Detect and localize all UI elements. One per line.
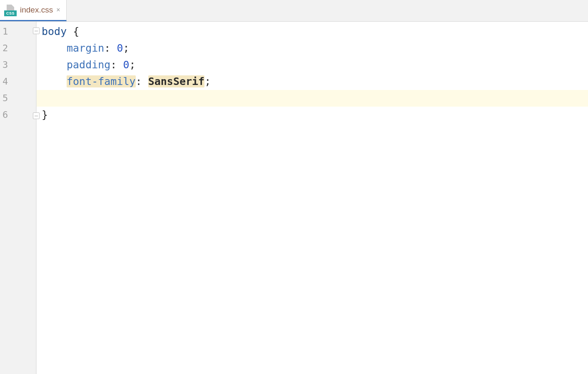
token-brace: { [67,25,79,37]
gutter: 1 2 3 4 5 6 [0,22,37,374]
css-file-icon: CSS [4,4,17,16]
line-number[interactable]: 2 [0,40,36,57]
token-semicolon: ; [123,42,129,54]
code-line[interactable]: font-family: SansSerif; [42,73,588,90]
line-number[interactable]: 5 [0,90,36,107]
code-line[interactable]: padding: 0; [42,57,588,73]
token-colon: : [104,42,117,54]
line-number[interactable]: 4 [0,73,36,90]
token-number: 0 [123,59,129,71]
token-colon: : [110,59,123,71]
tab-index-css[interactable]: CSS index.css × [0,0,67,21]
token-property: padding [67,59,110,71]
token-property: margin [67,42,104,54]
close-icon[interactable]: × [56,7,60,13]
token-number: 0 [117,42,123,54]
token-semicolon: ; [130,59,136,71]
line-number[interactable]: 6 [0,107,36,123]
token-brace: } [42,109,48,121]
code-line-current[interactable] [37,90,588,107]
token-semicolon: ; [204,75,211,87]
code-line[interactable]: margin: 0; [42,40,588,57]
code-area[interactable]: body { margin: 0; padding: 0; font-famil… [37,22,588,374]
filetype-badge: CSS [4,10,17,16]
tab-filename: index.css [20,5,53,15]
code-editor[interactable]: 1 2 3 4 5 6 body { margin: 0; padding: 0… [0,22,588,374]
token-value: SansSerif [148,75,204,87]
code-line[interactable]: } [42,107,588,123]
token-selector: body [42,25,67,37]
tab-bar: CSS index.css × [0,0,588,22]
code-line[interactable]: body { [42,23,588,40]
line-number[interactable]: 1 [0,23,36,40]
token-property: font-family [67,75,136,87]
token-colon: : [136,75,148,87]
line-number[interactable]: 3 [0,57,36,73]
